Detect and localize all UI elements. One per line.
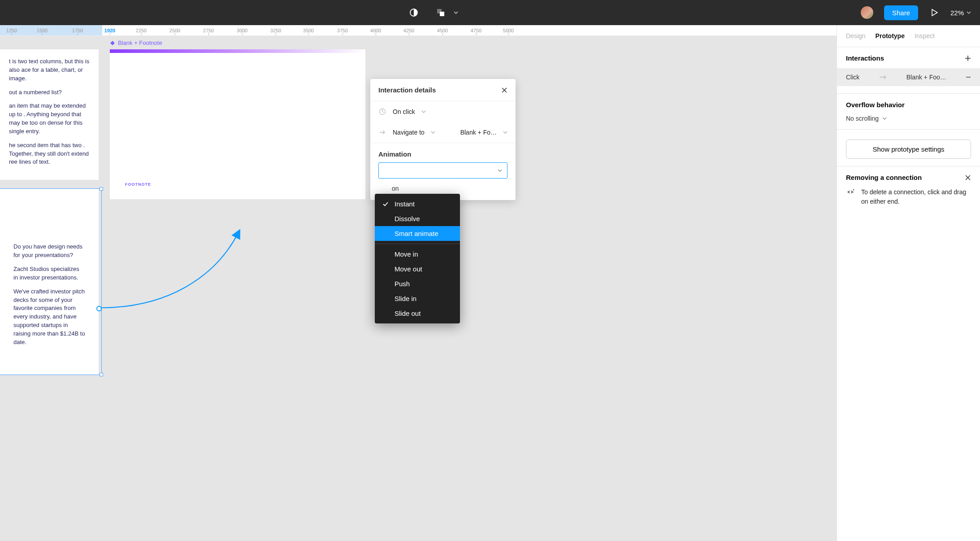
ruler-tick: 3250 [270,25,281,35]
animation-dropdown: InstantDissolveSmart animate Move inMove… [375,194,460,323]
svg-rect-2 [440,12,444,16]
frame-blank-footnote[interactable]: Blank + Footnote FOOTNOTE [110,49,365,199]
ruler-tick: 1500 [37,25,48,35]
overflow-select[interactable]: No scrolling [846,113,971,122]
animation-option[interactable]: Move in [375,247,460,262]
ruler-tick: 1750 [72,25,83,35]
share-button[interactable]: Share [884,5,918,20]
component-set-icon[interactable] [435,7,446,18]
panel-tabs: Design Prototype Inspect [837,25,980,47]
ruler-tick: 3500 [303,25,314,35]
body-text: an item that may be extended up to . Any… [9,102,92,135]
interaction-details-panel: Interaction details On click Navigate to… [370,79,516,200]
properties-panel: Design Prototype Inspect Interactions Cl… [837,25,980,541]
animation-option[interactable]: Instant [375,196,460,211]
arrow-right-icon [879,74,887,80]
tab-design[interactable]: Design [846,32,866,39]
removing-connection-body: To delete a connection, click and drag o… [861,188,971,206]
zoom-value: 22% [950,9,964,17]
animation-option[interactable]: Push [375,276,460,291]
animation-select[interactable] [378,162,507,179]
body-text: t is two text columns, but this is also … [9,57,92,83]
ruler-tick: 4500 [437,25,448,35]
ruler-tick: 5000 [503,25,514,35]
chevron-down-icon [431,130,435,135]
tab-prototype[interactable]: Prototype [876,32,905,39]
top-toolbar: Share 22% [0,0,980,25]
remove-interaction-icon[interactable] [966,74,971,80]
ruler-tick: 3750 [337,25,348,35]
chevron-down-icon[interactable] [451,7,461,18]
ruler-tick: 2250 [136,25,147,35]
check-icon [382,201,389,207]
ruler-tick: 3000 [237,25,247,35]
prototype-connection[interactable] [99,229,247,318]
frame-text-columns[interactable]: t is two text columns, but this is also … [0,49,99,180]
chevron-down-icon [497,168,503,173]
show-prototype-settings-button[interactable]: Show prototype settings [846,140,971,159]
arrow-right-icon [378,128,386,136]
ruler-tick: 4000 [370,25,381,35]
connection-origin-handle[interactable] [96,306,102,311]
trigger-row[interactable]: On click [370,101,516,122]
animation-option[interactable]: Dissolve [375,211,460,226]
animation-section-head: Animation [370,143,516,162]
navigate-target[interactable]: Blank + Fo… [460,129,497,136]
body-text: out a numbered list? [9,88,92,97]
zoom-control[interactable]: 22% [950,9,971,17]
chevron-down-icon [503,130,507,135]
close-icon[interactable] [965,175,971,181]
interactions-heading: Interactions [846,54,884,62]
overflow-heading: Overflow behavior [846,101,905,109]
animation-option[interactable]: Slide out [375,306,460,321]
add-interaction-icon[interactable] [965,55,971,61]
ruler-tick: 1920 [104,25,115,35]
close-icon[interactable] [501,87,507,93]
interaction-item[interactable]: Click Blank + Foo… [837,68,980,86]
avatar[interactable] [861,6,873,19]
ruler-tick: 4250 [403,25,414,35]
animation-option[interactable]: Smart animate [375,226,460,241]
chevron-down-icon [421,109,426,114]
frame-gradient-bar [110,49,365,53]
frame-label[interactable]: Blank + Footnote [110,39,162,46]
animation-option[interactable]: Move out [375,262,460,276]
removing-connection-heading: Removing a connection [846,174,922,181]
panel-title: Interaction details [378,86,436,94]
chevron-down-icon [967,10,971,15]
ruler-tick: 2750 [203,25,214,35]
horizontal-ruler: 1250150017501920225025002750300032503500… [0,25,837,36]
menu-separator [375,244,460,244]
selection-handle[interactable] [100,187,103,191]
selection-outline [0,189,101,374]
clock-icon [378,108,386,116]
theme-toggle-icon[interactable] [408,7,419,18]
present-icon[interactable] [929,7,940,18]
selection-handle[interactable] [100,373,103,376]
animation-option[interactable]: Slide in [375,291,460,306]
disconnect-icon [846,188,855,196]
canvas-area[interactable]: 1250150017501920225025002750300032503500… [0,25,837,541]
chevron-down-icon [882,116,887,121]
ruler-tick: 1250 [6,25,17,35]
footnote-label: FOOTNOTE [125,182,151,187]
component-icon [110,40,115,46]
body-text: he second item that has two . Together, … [9,141,92,167]
ruler-tick: 4750 [471,25,481,35]
action-row[interactable]: Navigate to Blank + Fo… [370,122,516,143]
tab-inspect[interactable]: Inspect [915,32,935,39]
ruler-tick: 2500 [169,25,180,35]
